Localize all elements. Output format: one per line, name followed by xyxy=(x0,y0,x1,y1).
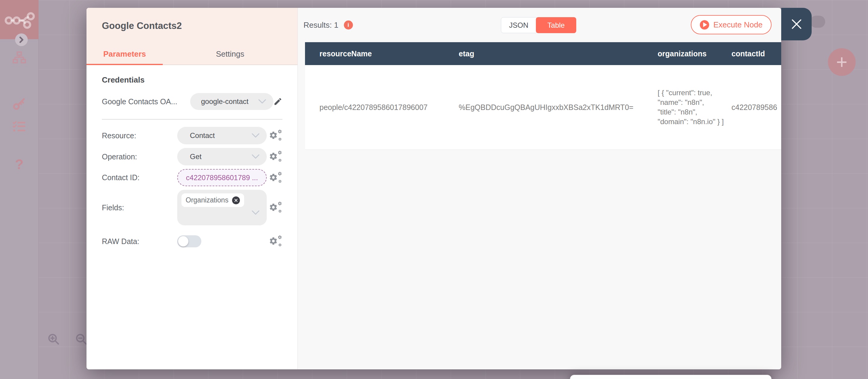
view-table-button[interactable]: Table xyxy=(536,17,576,33)
fields-tag-organizations: Organizations xyxy=(181,193,244,207)
plus-icon: + xyxy=(836,53,847,72)
tab-settings[interactable]: Settings xyxy=(163,43,298,64)
tab-parameters[interactable]: Parameters xyxy=(87,43,163,64)
chevron-down-icon xyxy=(258,99,266,104)
chevron-down-icon xyxy=(252,154,259,159)
output-view-toggle: JSON Table xyxy=(501,17,576,33)
fields-options-gears-icon[interactable] xyxy=(269,201,282,215)
column-header-resource-name: resourceName xyxy=(305,42,447,65)
sidebar-item-credentials[interactable] xyxy=(0,97,38,111)
column-header-organizations: organizations xyxy=(649,42,724,65)
credential-label: Google Contacts OA... xyxy=(102,97,190,106)
zoom-in-icon xyxy=(47,333,60,346)
cell-organizations: [ { "current": true, "name": "n8n", "tit… xyxy=(649,65,724,150)
param-row-fields: Fields: Organizations xyxy=(102,190,282,225)
sidebar-item-help[interactable]: ? xyxy=(0,156,38,172)
param-row-operation: Operation: Get xyxy=(102,148,282,165)
chevron-right-icon xyxy=(19,36,24,43)
zoom-out-button[interactable] xyxy=(75,333,88,346)
chevron-down-icon xyxy=(252,210,259,215)
param-row-resource: Resource: Contact xyxy=(102,127,282,144)
section-divider xyxy=(102,119,282,120)
n8n-logo-icon xyxy=(0,0,38,39)
sidebar-item-workflows[interactable] xyxy=(0,51,38,64)
node-tabs: Parameters Settings xyxy=(87,43,298,65)
contact-id-label: Contact ID: xyxy=(102,173,177,182)
raw-data-label: RAW Data: xyxy=(102,237,177,246)
credential-row: Google Contacts OA... google-contact xyxy=(102,93,282,110)
resource-select-value: Contact xyxy=(190,131,252,140)
zoom-in-button[interactable] xyxy=(47,333,60,346)
operation-options-gears-icon[interactable] xyxy=(269,150,282,164)
n8n-logo xyxy=(0,0,38,39)
raw-data-options-gears-icon[interactable] xyxy=(269,234,282,248)
column-header-contact-id: contactId xyxy=(724,42,781,65)
contact-id-options-gears-icon[interactable] xyxy=(269,171,282,185)
fields-tag-label: Organizations xyxy=(186,196,228,204)
fields-multiselect[interactable]: Organizations xyxy=(177,190,267,225)
node-details-modal: Google Contacts2 Parameters Settings Cre… xyxy=(87,8,781,369)
executions-list-icon xyxy=(12,120,27,134)
table-row: people/c4220789586017896007 %EgQBDDcuGgQ… xyxy=(305,65,781,150)
resource-select[interactable]: Contact xyxy=(177,127,267,144)
sidebar-collapse-button[interactable] xyxy=(15,33,28,46)
credential-select[interactable]: google-contact xyxy=(190,93,273,110)
toggle-knob xyxy=(178,236,188,247)
help-question-icon: ? xyxy=(15,156,24,172)
play-icon xyxy=(700,20,709,30)
workflows-icon xyxy=(12,51,26,64)
credentials-heading: Credentials xyxy=(102,75,282,85)
cell-etag: %EgQBDDcuGgQBAgUHIgxxbXBSa2xTK1dMRT0= xyxy=(447,65,649,150)
close-modal-button[interactable] xyxy=(781,8,812,40)
canvas-toggle-pill[interactable] xyxy=(810,16,825,28)
param-row-raw-data: RAW Data: xyxy=(102,234,282,248)
results-table-header: resourceName etag organizations contactI… xyxy=(305,42,781,65)
node-title: Google Contacts2 xyxy=(87,21,298,31)
operation-select[interactable]: Get xyxy=(177,148,267,165)
credential-edit-button[interactable] xyxy=(273,97,282,106)
bottom-popup xyxy=(570,375,772,379)
cell-resource-name: people/c4220789586017896007 xyxy=(305,65,447,150)
zoom-out-icon xyxy=(75,333,88,346)
info-icon[interactable]: i xyxy=(344,21,353,30)
operation-label: Operation: xyxy=(102,153,177,161)
parameters-body: Credentials Google Contacts OA... google… xyxy=(87,65,298,369)
fields-label: Fields: xyxy=(102,203,177,212)
results-table: resourceName etag organizations contactI… xyxy=(305,42,781,150)
execute-node-button[interactable]: Execute Node xyxy=(691,15,772,34)
contact-id-expression-field[interactable]: c422078958601789 ... xyxy=(177,169,267,186)
column-header-etag: etag xyxy=(447,42,649,65)
chevron-down-icon xyxy=(252,133,259,138)
cell-contact-id: c4220789586 xyxy=(724,65,781,150)
node-header: Google Contacts2 Parameters Settings xyxy=(87,8,298,65)
app-sidebar: ? xyxy=(0,0,38,379)
results-count-label: Results: 1 xyxy=(304,21,338,30)
param-row-contact-id: Contact ID: c422078958601789 ... xyxy=(102,169,282,186)
node-parameters-panel: Google Contacts2 Parameters Settings Cre… xyxy=(87,8,298,369)
sidebar-item-executions[interactable] xyxy=(0,120,38,134)
close-x-icon xyxy=(790,18,803,31)
resource-label: Resource: xyxy=(102,131,177,140)
view-json-button[interactable]: JSON xyxy=(501,17,536,33)
add-node-button[interactable]: + xyxy=(828,48,856,76)
key-icon xyxy=(12,97,26,111)
raw-data-toggle[interactable] xyxy=(177,235,201,247)
tag-remove-x-icon[interactable] xyxy=(232,196,240,204)
organizations-json: [ { "current": true, "name": "n8n", "tit… xyxy=(658,88,724,127)
execute-node-label: Execute Node xyxy=(713,20,763,30)
operation-select-value: Get xyxy=(190,153,252,161)
pencil-icon xyxy=(273,97,282,106)
node-output-panel: Results: 1 i JSON Table Execute Node res… xyxy=(298,8,781,369)
credential-select-value: google-contact xyxy=(201,97,258,106)
resource-options-gears-icon[interactable] xyxy=(269,129,282,143)
